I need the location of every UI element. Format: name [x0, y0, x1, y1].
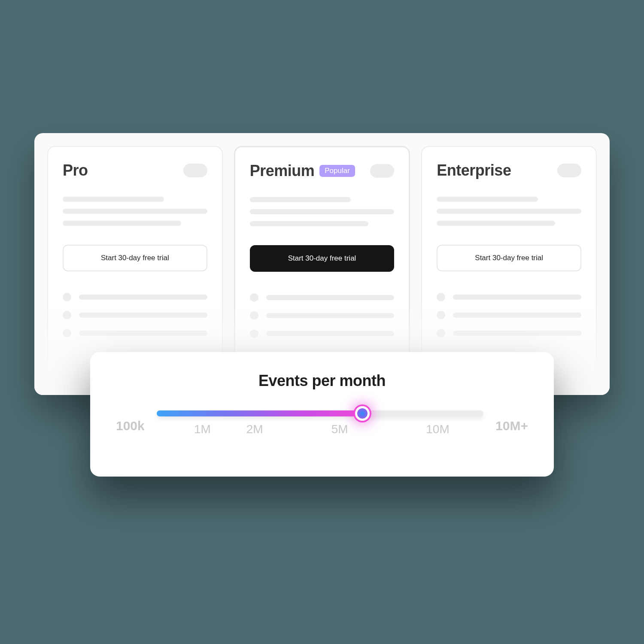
slider-fill — [157, 410, 363, 416]
bullet-icon — [63, 311, 71, 319]
bullet-icon — [250, 311, 258, 320]
slider-track — [157, 410, 483, 416]
events-slider-card: Events per month 100k 1M2M5M10M 10M+ — [90, 352, 554, 477]
bullet-icon — [250, 293, 258, 302]
plan-description-placeholder — [250, 197, 395, 226]
bullet-icon — [437, 329, 445, 337]
start-trial-button[interactable]: Start 30-day free trial — [250, 245, 395, 272]
plan-toggle[interactable] — [183, 164, 207, 177]
slider-tick: 10M — [426, 422, 449, 436]
plan-title: Enterprise — [437, 161, 511, 179]
popular-badge: Popular — [319, 165, 355, 177]
events-slider[interactable]: 1M2M5M10M — [157, 410, 483, 441]
bullet-icon — [250, 329, 258, 338]
bullet-icon — [63, 293, 71, 301]
slider-thumb[interactable] — [355, 406, 370, 421]
plan-description-placeholder — [63, 197, 207, 226]
slider-tick: 1M — [194, 422, 211, 436]
plan-feature-list — [250, 293, 395, 338]
start-trial-button[interactable]: Start 30-day free trial — [63, 245, 207, 271]
bullet-icon — [437, 311, 445, 319]
plan-toggle[interactable] — [557, 164, 581, 177]
plan-feature-list — [63, 293, 207, 337]
start-trial-button[interactable]: Start 30-day free trial — [437, 245, 581, 271]
slider-title: Events per month — [116, 372, 528, 390]
plan-description-placeholder — [437, 197, 581, 226]
slider-min-label: 100k — [116, 419, 145, 433]
slider-tick: 5M — [331, 422, 348, 436]
slider-max-label: 10M+ — [495, 419, 528, 433]
bullet-icon — [437, 293, 445, 301]
slider-ticks: 1M2M5M10M — [157, 422, 483, 441]
plan-title: Pro — [63, 161, 88, 179]
plan-feature-list — [437, 293, 581, 337]
plan-toggle[interactable] — [370, 164, 394, 178]
slider-tick: 2M — [246, 422, 263, 436]
bullet-icon — [63, 329, 71, 337]
plan-title: Premium — [250, 162, 315, 180]
